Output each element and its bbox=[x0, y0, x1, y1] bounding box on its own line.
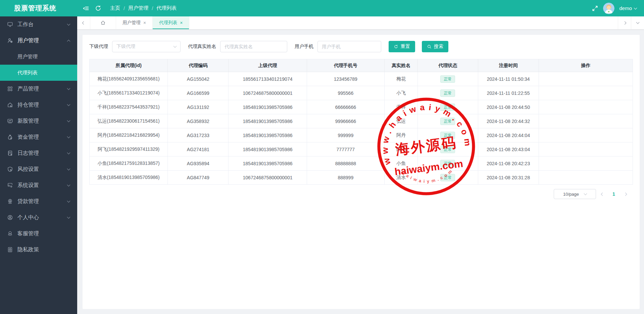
real-name-label: 代理真实姓名 bbox=[188, 44, 216, 50]
moneybag-gear-icon bbox=[7, 134, 13, 140]
cell-register-time: 2024-11-08 20:44:50 bbox=[478, 100, 539, 114]
cell-real-name: 清水 bbox=[385, 171, 418, 185]
sidebar-item-loan-mgmt[interactable]: 贷款管理 bbox=[0, 193, 77, 209]
search-button[interactable]: 搜索 bbox=[422, 41, 448, 52]
breadcrumb-agent-list[interactable]: 代理列表 bbox=[156, 5, 177, 11]
tab-home[interactable] bbox=[90, 16, 116, 29]
chevron-up-icon bbox=[67, 40, 70, 43]
sidebar-item-user-mgmt[interactable]: 用户管理 bbox=[0, 33, 77, 49]
table-row[interactable]: 小飞(1855617133401219074) AG166599 1067246… bbox=[90, 86, 633, 100]
cell-agent-phone: 88888888 bbox=[307, 156, 385, 171]
tab-bar: 用户管理 × 代理列表 × bbox=[77, 16, 644, 29]
cell-agent-code: AG935894 bbox=[168, 156, 229, 171]
cell-actions bbox=[539, 72, 633, 86]
sidebar-item-log-mgmt[interactable]: 日志管理 bbox=[0, 145, 77, 161]
status-badge: 正常 bbox=[440, 174, 455, 181]
table-row[interactable]: 小鱼(1854821759128313857) AG935894 1854819… bbox=[90, 156, 633, 171]
cell-real-name: 千祥 bbox=[385, 100, 418, 114]
cell-agent-id: 小飞(1855617133401219074) bbox=[90, 86, 168, 100]
tab-user-mgmt[interactable]: 用户管理 × bbox=[116, 16, 153, 29]
sidebar-item-profile[interactable]: 个人中心 bbox=[0, 209, 77, 226]
content-area: 下级代理 下级代理 代理真实姓名 用户手机 重置 bbox=[77, 29, 644, 314]
table-row[interactable]: 阿丹(1854822184216829954) AG317233 1854819… bbox=[90, 128, 633, 142]
cell-real-name: 弘运 bbox=[385, 114, 418, 128]
col-register-time: 注册时间 bbox=[478, 59, 539, 72]
cell-agent-id: 阿丹(1854822184216829954) bbox=[90, 128, 168, 142]
search-icon bbox=[427, 44, 432, 49]
refresh-icon[interactable] bbox=[95, 5, 101, 12]
sidebar-subitem-agent-list[interactable]: 代理列表 bbox=[0, 65, 77, 81]
close-icon[interactable]: × bbox=[143, 20, 146, 25]
next-page-button[interactable] bbox=[620, 189, 630, 199]
user-menu[interactable]: demo bbox=[619, 5, 637, 11]
real-name-input[interactable] bbox=[220, 41, 287, 52]
status-badge: 正常 bbox=[440, 132, 455, 139]
cell-agent-code: AG155042 bbox=[168, 72, 229, 86]
breadcrumb: 主页 / 用户管理 / 代理列表 bbox=[110, 5, 177, 11]
sidebar-subitem-user-mgmt[interactable]: 用户管理 bbox=[0, 49, 77, 65]
sidebar-item-customer-service[interactable]: 客服管理 bbox=[0, 226, 77, 242]
cell-parent-agent: 1855617133401219074 bbox=[229, 72, 307, 86]
chevron-down-icon bbox=[67, 151, 70, 154]
sidebar-item-label: 风控设置 bbox=[17, 166, 39, 173]
monitor-chart-icon bbox=[7, 118, 13, 124]
phone-label: 用户手机 bbox=[295, 44, 313, 50]
cell-register-time: 2024-11-08 20:42:23 bbox=[478, 156, 539, 171]
close-icon[interactable]: × bbox=[180, 20, 183, 25]
table-row[interactable]: 阿飞(1854821929597411329) AG274181 1854819… bbox=[90, 142, 633, 156]
tabs-menu-button[interactable] bbox=[631, 16, 644, 29]
breadcrumb-home[interactable]: 主页 bbox=[110, 5, 120, 11]
cell-agent-id: 梅花(1855624091235655681) bbox=[90, 72, 168, 86]
cell-agent-phone: 123456789 bbox=[307, 72, 385, 86]
table-row[interactable]: 千祥(1854822375443537921) AG131192 1854819… bbox=[90, 100, 633, 114]
tab-agent-list[interactable]: 代理列表 × bbox=[153, 16, 189, 29]
status-badge: 正常 bbox=[440, 160, 455, 167]
table-row[interactable]: 弘运(1854822300617154561) AG358932 1854819… bbox=[90, 114, 633, 128]
cell-real-name: 小飞 bbox=[385, 86, 418, 100]
notebook-icon bbox=[7, 150, 13, 156]
tabs-scroll-right-button[interactable] bbox=[618, 16, 631, 29]
chevron-down-icon bbox=[67, 87, 70, 90]
tab-label: 用户管理 bbox=[122, 20, 141, 26]
monitor-gear-icon bbox=[7, 182, 13, 188]
tabs-scroll-left-button[interactable] bbox=[77, 16, 90, 29]
sidebar-fold-icon[interactable] bbox=[83, 5, 89, 12]
col-agent-phone: 代理手机号 bbox=[307, 59, 385, 72]
sidebar-item-system-settings[interactable]: 系统设置 bbox=[0, 177, 77, 193]
sidebar-item-workbench[interactable]: 工作台 bbox=[0, 16, 77, 33]
table-row[interactable]: 清水(1854819013985705986) AG847749 1067246… bbox=[90, 171, 633, 185]
chevron-down-icon bbox=[67, 119, 70, 122]
cell-parent-agent: 1854819013985705986 bbox=[229, 142, 307, 156]
sidebar-item-privacy-policy[interactable]: 隐私政策 bbox=[0, 242, 77, 258]
reset-button[interactable]: 重置 bbox=[389, 41, 415, 52]
sidebar-item-label: 工作台 bbox=[17, 21, 34, 28]
sidebar-item-label: 日志管理 bbox=[17, 150, 39, 157]
breadcrumb-user-mgmt[interactable]: 用户管理 bbox=[128, 5, 148, 11]
sidebar-item-funds-mgmt[interactable]: 资金管理 bbox=[0, 129, 77, 145]
status-badge: 正常 bbox=[440, 75, 455, 83]
grid-icon bbox=[7, 86, 13, 92]
agent-select[interactable]: 下级代理 bbox=[112, 41, 181, 52]
current-page[interactable]: 1 bbox=[609, 189, 619, 199]
sidebar-item-ipo-mgmt[interactable]: 新股管理 bbox=[0, 113, 77, 129]
sidebar-item-label: 客服管理 bbox=[17, 230, 39, 237]
table-row[interactable]: 梅花(1855624091235655681) AG155042 1855617… bbox=[90, 72, 633, 86]
phone-input[interactable] bbox=[317, 41, 381, 52]
page-size-select[interactable]: 10/page bbox=[554, 189, 596, 199]
fullscreen-icon[interactable] bbox=[592, 5, 598, 12]
cell-agent-code: AG847749 bbox=[168, 171, 229, 185]
cell-agent-status: 正常 bbox=[417, 156, 478, 171]
avatar[interactable] bbox=[603, 3, 614, 14]
sidebar: 工作台 用户管理 用户管理 代理列表 产品管理 持仓管理 新股管理 bbox=[0, 16, 77, 314]
sidebar-item-position-mgmt[interactable]: 持仓管理 bbox=[0, 97, 77, 113]
user-gear-icon bbox=[7, 38, 13, 44]
sidebar-item-label: 贷款管理 bbox=[17, 198, 39, 205]
cell-parent-agent: 1067246875800000001 bbox=[229, 171, 307, 185]
cell-parent-agent: 1854819013985705986 bbox=[229, 100, 307, 114]
shield-icon bbox=[7, 166, 13, 172]
cell-parent-agent: 1067246875800000001 bbox=[229, 86, 307, 100]
sidebar-item-product-mgmt[interactable]: 产品管理 bbox=[0, 81, 77, 97]
sidebar-item-risk-settings[interactable]: 风控设置 bbox=[0, 161, 77, 177]
prev-page-button[interactable] bbox=[597, 189, 607, 199]
cell-agent-code: AG166599 bbox=[168, 86, 229, 100]
